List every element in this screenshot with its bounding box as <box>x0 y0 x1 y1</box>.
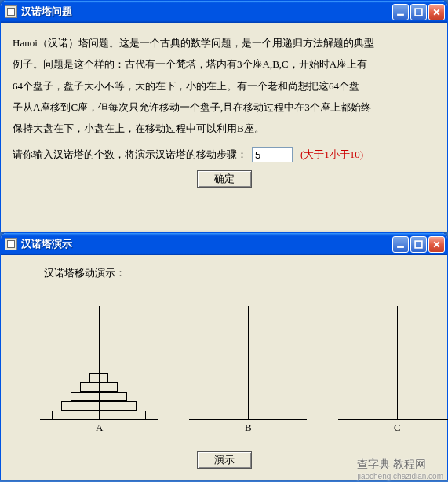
peg-base <box>338 419 448 420</box>
hanoi-canvas: A B C <box>13 287 436 444</box>
input-label: 请你输入汉诺塔的个数，将演示汉诺塔的移动步骤： <box>13 148 247 162</box>
input-hint: (大于1小于10) <box>300 148 363 162</box>
disk-5 <box>52 411 146 420</box>
app-icon <box>5 238 17 250</box>
titlebar[interactable]: 汉诺塔演示 <box>1 233 447 255</box>
maximize-button[interactable] <box>410 4 427 20</box>
hanoi-demo-window: 汉诺塔演示 汉诺塔移动演示： A B <box>0 232 448 480</box>
peg-label: C <box>394 422 401 434</box>
minimize-button[interactable] <box>392 4 409 20</box>
close-button[interactable] <box>428 236 445 253</box>
svg-rect-0 <box>397 13 404 15</box>
window-title: 汉诺塔演示 <box>21 237 392 251</box>
client-area: 汉诺塔移动演示： A B C <box>1 255 447 480</box>
hanoi-problem-window: 汉诺塔问题 Hanoi（汉诺）塔问题。这是一个古典的数学问题，是一个用递归方法解… <box>0 0 448 232</box>
minimize-button[interactable] <box>392 236 409 253</box>
titlebar[interactable]: 汉诺塔问题 <box>1 1 447 23</box>
close-button[interactable] <box>428 4 445 20</box>
client-area: Hanoi（汉诺）塔问题。这是一个古典的数学问题，是一个用递归方法解题的典型 例… <box>1 23 447 232</box>
window-title: 汉诺塔问题 <box>21 5 392 19</box>
ok-button[interactable]: 确定 <box>197 170 252 188</box>
svg-rect-3 <box>415 241 422 248</box>
maximize-button[interactable] <box>410 236 427 253</box>
app-icon <box>5 5 17 18</box>
demo-button[interactable]: 演示 <box>197 451 252 469</box>
disk-3 <box>71 392 127 401</box>
peg-pole <box>248 306 249 420</box>
peg-pole <box>397 306 398 420</box>
description-text: Hanoi（汉诺）塔问题。这是一个古典的数学问题，是一个用递归方法解题的典型 例… <box>13 32 435 139</box>
disk-4 <box>61 401 137 411</box>
input-row: 请你输入汉诺塔的个数，将演示汉诺塔的移动步骤： (大于1小于10) <box>13 147 435 162</box>
svg-rect-2 <box>397 246 404 247</box>
count-input[interactable] <box>252 147 293 162</box>
watermark: 查字典 教程网 jiaocheng.chazidian.com <box>357 458 443 480</box>
demo-heading: 汉诺塔移动演示： <box>44 266 435 280</box>
peg-label: A <box>96 422 103 434</box>
disk-2 <box>80 382 118 392</box>
disk-1 <box>89 373 108 382</box>
peg-label: B <box>245 422 252 434</box>
svg-rect-1 <box>415 9 422 16</box>
